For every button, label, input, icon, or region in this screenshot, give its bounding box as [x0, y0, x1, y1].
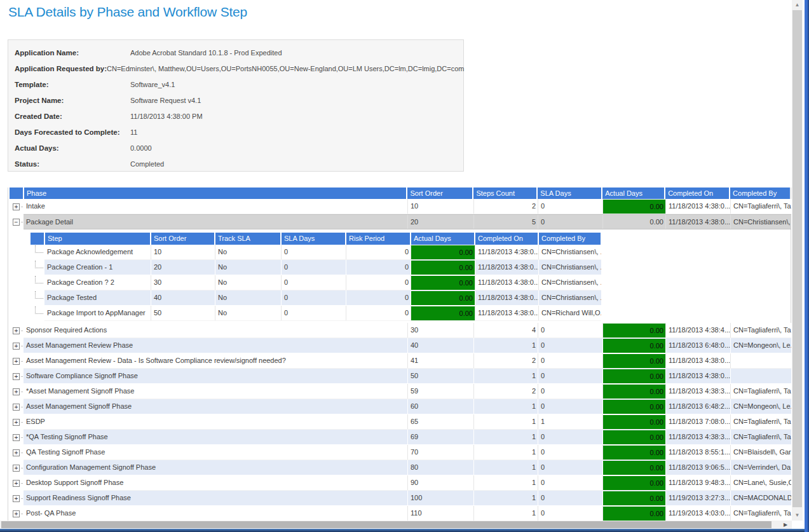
- steps-count-cell: 1: [473, 369, 538, 383]
- step-row: Package Import to AppManager50No000.0011…: [29, 306, 791, 321]
- info-row: Days Forecasted to Complete:11: [8, 124, 463, 140]
- info-field-label: Status:: [15, 160, 130, 168]
- phase-table-body: +Intake10200.0011/18/2013 4:38:0...CN=Ta…: [8, 199, 791, 521]
- phase-row: +Intake10200.0011/18/2013 4:38:0...CN=Ta…: [8, 199, 791, 214]
- sort-order-cell: 20: [151, 260, 215, 275]
- phase-header-row: PhaseSort OrderSteps CountSLA DaysActual…: [8, 188, 791, 199]
- completed-by-cell: CN=MACDONALD...: [730, 491, 791, 505]
- phase-cell: Intake: [24, 199, 407, 214]
- phase-tree-cell: +: [8, 323, 24, 338]
- phase-cell: Desktop Support Signoff Phase: [24, 475, 407, 490]
- sla-days-cell: 0: [281, 306, 346, 320]
- expand-icon[interactable]: +: [13, 343, 20, 350]
- phase-row: +QA Testing Signoff Phase70100.0011/18/2…: [8, 445, 791, 460]
- completed-by-cell: CN=Christiansen\, ...: [538, 275, 601, 290]
- phase-row-cells: *Asset Management Signoff Phase59200.001…: [24, 384, 791, 399]
- collapse-icon[interactable]: −: [13, 219, 20, 226]
- vertical-scrollbar-thumb[interactable]: [792, 10, 802, 507]
- actual-days-value: 0.00: [411, 306, 475, 320]
- completed-by-cell: CN=Christiansen\, ...: [538, 290, 601, 305]
- info-field-value: Software_v4.1: [130, 81, 175, 88]
- actual-days-value: 0.00: [603, 430, 665, 444]
- step-row-cells: Package Creation ? 230No000.0011/18/2013…: [44, 275, 601, 290]
- phase-tree-cell: +: [8, 399, 24, 414]
- scroll-right-icon[interactable]: ▶: [781, 521, 790, 529]
- completed-on-cell: 11/18/2013 9:48:3...: [665, 475, 730, 490]
- expand-icon[interactable]: +: [13, 449, 20, 456]
- track-sla-cell: No: [215, 260, 281, 275]
- expand-icon[interactable]: +: [13, 419, 20, 426]
- phase-cell: QA Testing Signoff Phase: [24, 445, 407, 460]
- phase-row-cells: Software Compliance Signoff Phase50100.0…: [24, 369, 791, 384]
- completed-on-cell: 11/18/2013 4:38:0...: [665, 369, 730, 383]
- track-sla-cell: No: [215, 245, 281, 259]
- phase-row: +Asset Management Review Phase40100.0011…: [8, 338, 791, 353]
- actual-days-cell: 0.00: [411, 245, 475, 259]
- completed-by-cell: CN=Christiansen\, ...: [730, 215, 791, 229]
- actual-days-value: 0.00: [603, 215, 665, 229]
- horizontal-scrollbar[interactable]: ▶: [0, 521, 792, 529]
- step-row-cells: Package Import to AppManager50No000.0011…: [44, 306, 601, 321]
- page-title: SLA Details by Phase and Workflow Step: [8, 4, 247, 20]
- expand-icon[interactable]: +: [13, 480, 20, 487]
- expand-icon[interactable]: +: [13, 203, 20, 210]
- actual-days-value: 0.00: [603, 385, 665, 399]
- sort-order-cell: 50: [151, 306, 215, 320]
- risk-period-cell: 0: [346, 290, 411, 305]
- horizontal-scrollbar-thumb[interactable]: [1, 521, 772, 528]
- phase-row-cells: QA Testing Signoff Phase70100.0011/18/20…: [24, 445, 791, 460]
- completed-on-cell: 11/18/2013 4:38:0...: [475, 306, 538, 320]
- vertical-scrollbar[interactable]: ▲ ▼: [792, 0, 803, 521]
- actual-days-value: 0.00: [603, 415, 665, 429]
- expand-icon[interactable]: +: [13, 373, 20, 380]
- info-field-label: Actual Days:: [15, 144, 130, 152]
- completed-on-cell: 11/18/2013 4:38:0...: [665, 199, 730, 214]
- actual-days-cell: 0.00: [602, 353, 665, 368]
- sla-days-cell: 0: [538, 445, 602, 460]
- phase-cell: Post- QA Phase: [24, 506, 407, 521]
- column-header-completed-on: Completed On: [475, 233, 538, 245]
- scroll-down-icon[interactable]: ▼: [792, 511, 803, 520]
- phase-tree-cell: +: [8, 491, 24, 506]
- completed-on-cell: 11/19/2013 4:03:0...: [665, 506, 730, 521]
- phase-row-cells: Post- QA Phase110100.0011/19/2013 4:03:0…: [24, 506, 791, 521]
- window-border-bottom: [0, 529, 805, 532]
- expand-icon[interactable]: +: [13, 404, 20, 411]
- completed-on-cell: 11/18/2013 4:38:3...: [665, 384, 730, 399]
- column-header-completed-by: Completed By: [730, 188, 791, 199]
- actual-days-cell: 0.00: [411, 260, 475, 275]
- info-field-label: Application Name:: [15, 49, 130, 57]
- expand-icon[interactable]: +: [13, 434, 20, 441]
- expand-icon[interactable]: +: [13, 510, 20, 517]
- expand-icon[interactable]: +: [13, 465, 20, 472]
- completed-on-cell: 11/18/2013 4:38:4...: [665, 323, 730, 338]
- actual-days-value: 0.00: [603, 446, 665, 460]
- tree-branch-icon: [35, 306, 43, 314]
- sort-order-cell: 30: [407, 323, 473, 338]
- sla-days-cell: 0: [281, 260, 346, 275]
- sla-days-cell: 0: [538, 475, 602, 490]
- column-header-sort-order: Sort Order: [407, 188, 473, 199]
- phase-row: +Support Readiness Signoff Phase100100.0…: [8, 491, 791, 506]
- expand-icon[interactable]: +: [13, 358, 20, 365]
- actual-days-cell: 0.00: [602, 369, 665, 383]
- scroll-up-icon[interactable]: ▲: [792, 1, 803, 10]
- expand-icon[interactable]: +: [13, 388, 20, 395]
- phase-row-cells: ESDP65110.0011/18/2013 7:08:0...CN=Tagli…: [24, 414, 791, 430]
- phase-row: +Post- QA Phase110100.0011/19/2013 4:03:…: [8, 506, 791, 521]
- info-field-label: Application Requested by:: [15, 65, 107, 72]
- steps-count-cell: 4: [473, 323, 538, 338]
- phase-row: −Package Detail20500.0011/18/2013 4:38:0…: [8, 214, 791, 229]
- completed-by-cell: CN=Verrinder\, Da...: [730, 460, 791, 475]
- steps-count-cell: 1: [473, 338, 538, 353]
- phase-tree-cell: +: [8, 353, 24, 369]
- phase-tree-cell: +: [8, 475, 24, 491]
- expand-icon[interactable]: +: [13, 327, 20, 334]
- info-field-value: Completed: [130, 160, 164, 168]
- expand-icon[interactable]: +: [13, 495, 20, 502]
- completed-on-cell: 11/18/2013 4:38:0...: [665, 215, 730, 229]
- sort-order-cell: 60: [407, 399, 473, 414]
- step-row-cells: Package Acknowledgement10No000.0011/18/2…: [44, 245, 601, 260]
- phase-row-cells: Configuration Management Signoff Phase80…: [24, 460, 791, 475]
- phase-tree-cell: +: [8, 460, 24, 475]
